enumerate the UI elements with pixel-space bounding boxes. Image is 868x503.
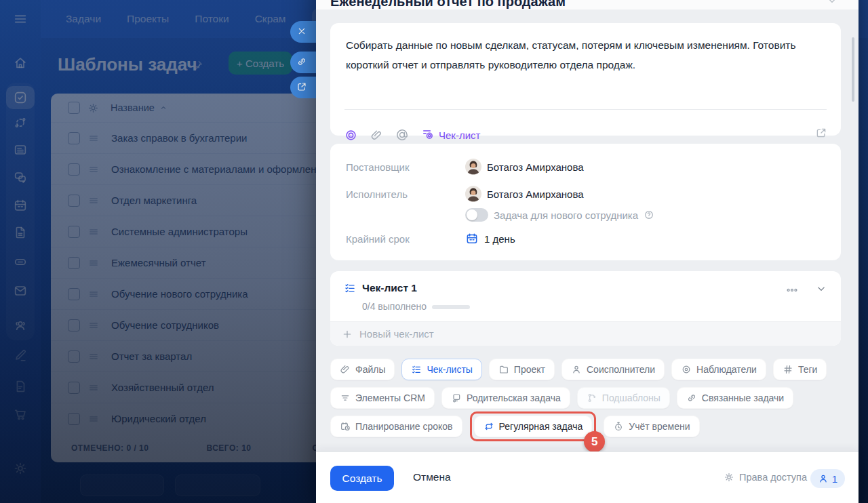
option-button-repeat[interactable]: Регулярная задача	[474, 416, 593, 437]
assignee-row: Исполнитель Ботагоз Амирханова	[346, 186, 584, 202]
checklist-progress-text: 0/4 выполнено	[362, 301, 427, 312]
newbie-toggle-row: Задача для нового сотрудника	[465, 208, 654, 222]
option-button-subtemplate: Подшаблоны	[577, 387, 670, 409]
option-button-funnel[interactable]: Элементы CRM	[330, 387, 435, 409]
help-icon[interactable]	[644, 209, 654, 220]
access-rights-button[interactable]: Права доступа	[724, 472, 807, 483]
checklist-menu-icon[interactable]	[785, 283, 799, 297]
option-button-calendar-clock[interactable]: Планирование сроков	[330, 416, 462, 437]
author-row: Постановщик Ботагоз Амирханова	[346, 159, 584, 175]
timer-icon	[613, 421, 624, 432]
calendar-icon[interactable]	[465, 232, 479, 245]
funnel-icon	[340, 393, 351, 403]
modal-scrollbar[interactable]	[852, 37, 854, 102]
option-button-hash[interactable]: Теги	[773, 359, 827, 380]
person-icon	[571, 364, 582, 375]
annotation-step-badge: 5	[584, 431, 605, 452]
option-row-2: Элементы CRMРодительская задачаПодшаблон…	[330, 387, 793, 409]
option-row-3: Планирование сроковРегулярная задача5Учё…	[330, 416, 700, 437]
task-template-modal: Еженедельный отчет по продажам Собирать …	[316, 0, 859, 503]
ai-checklist-icon	[421, 127, 435, 143]
expand-description-icon[interactable]	[815, 127, 827, 139]
newbie-toggle[interactable]	[465, 208, 488, 222]
checklist-progress-bar	[432, 305, 470, 309]
option-button-parent[interactable]: Родительская задача	[441, 387, 570, 409]
assignee-value[interactable]: Ботагоз Амирханова	[465, 186, 584, 202]
divider	[344, 109, 827, 110]
new-checklist-placeholder: Новый чек-лист	[359, 328, 434, 340]
description-text[interactable]: Собирать данные по новым сделкам, статус…	[346, 35, 821, 75]
external-link-icon	[296, 81, 307, 94]
repeat-icon	[484, 421, 494, 432]
gear-icon	[724, 472, 734, 483]
folder-icon	[498, 364, 509, 375]
mention-icon[interactable]	[395, 128, 409, 142]
template-title[interactable]: Еженедельный отчет по продажам	[330, 0, 566, 9]
option-button-link[interactable]: Связанные задачи	[677, 387, 793, 409]
paperclip-icon	[340, 364, 351, 375]
newbie-toggle-label: Задача для нового сотрудника	[494, 209, 638, 221]
checklist-card: Чек-лист 1 0/4 выполнено Новый чек-лист	[330, 271, 841, 346]
author-label: Постановщик	[346, 161, 465, 173]
subtemplate-icon	[587, 393, 597, 403]
details-card: Постановщик Ботагоз Амирханова Исполните…	[330, 144, 841, 260]
option-row-1: ФайлыЧек-листыПроектСоисполнителиНаблюда…	[330, 359, 827, 380]
close-modal-button[interactable]	[290, 21, 316, 43]
ai-checklist-button[interactable]: Чек-лист	[421, 127, 480, 143]
option-button-paperclip[interactable]: Файлы	[330, 359, 395, 380]
option-button-timer[interactable]: Учёт времени	[604, 416, 699, 437]
close-icon	[296, 26, 307, 39]
deadline-value[interactable]: 1 день	[484, 233, 515, 245]
avatar	[465, 159, 481, 175]
modal-footer: Создать Отмена Права доступа 1	[316, 451, 859, 503]
new-checklist-row[interactable]: Новый чек-лист	[330, 321, 841, 346]
cancel-button[interactable]: Отмена	[413, 471, 451, 483]
participants-badge[interactable]: 1	[810, 469, 845, 488]
option-button-folder[interactable]: Проект	[489, 359, 555, 380]
deadline-label: Крайний срок	[346, 233, 465, 245]
open-fullpage-button[interactable]	[290, 77, 316, 98]
annotation-highlight: Регулярная задача5	[470, 411, 597, 441]
link-icon	[686, 393, 697, 403]
person-icon	[818, 473, 829, 484]
description-card: Собирать данные по новым сделкам, статус…	[330, 23, 841, 136]
calendar-clock-icon	[340, 421, 351, 432]
checklist-icon	[344, 282, 356, 294]
screen: ЗадачиПроектыПотокиСкрамШаблоны Шаблоны …	[0, 0, 868, 503]
author-value[interactable]: Ботагоз Амирханова	[465, 159, 584, 175]
attach-file-icon[interactable]	[370, 129, 383, 142]
plus-icon	[342, 329, 353, 340]
option-button-person[interactable]: Соисполнители	[561, 359, 665, 380]
deadline-row: Крайний срок 1 день	[346, 232, 515, 245]
checklist-icon	[411, 364, 422, 375]
avatar	[465, 186, 481, 202]
ai-assistant-icon[interactable]	[344, 128, 358, 142]
link-icon	[296, 56, 307, 69]
hash-icon	[783, 364, 793, 375]
checklist-collapse-icon[interactable]	[815, 283, 827, 295]
copy-link-button[interactable]	[290, 52, 316, 73]
collapse-icon[interactable]	[826, 0, 838, 7]
watch-icon	[681, 364, 692, 375]
option-button-checklist[interactable]: Чек-листы	[401, 359, 481, 380]
create-button[interactable]: Создать	[330, 466, 394, 491]
parent-icon	[451, 393, 462, 403]
option-button-watch[interactable]: Наблюдатели	[671, 359, 766, 380]
checklist-title[interactable]: Чек-лист 1	[362, 282, 417, 294]
assignee-label: Исполнитель	[346, 188, 465, 200]
